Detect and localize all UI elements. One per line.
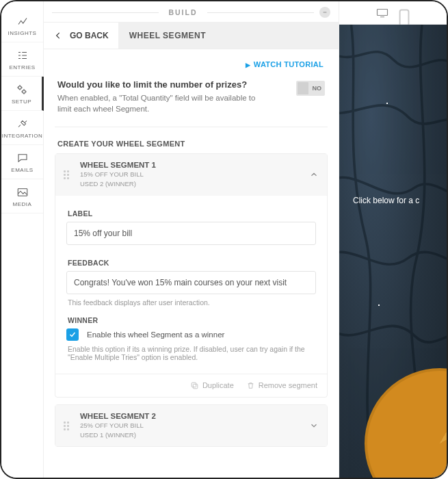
nav-label: MEDIA xyxy=(13,201,32,207)
label-heading: LABEL xyxy=(68,209,316,218)
preview-panel: Click below for a c xyxy=(339,1,447,478)
collapse-button[interactable] xyxy=(319,7,330,18)
limit-prizes-toggle[interactable]: NO xyxy=(296,81,325,96)
device-mobile-button[interactable] xyxy=(398,8,410,18)
nav-entries[interactable]: ENTRIES xyxy=(1,42,43,77)
chevron-up-icon xyxy=(309,170,319,179)
toggle-value: NO xyxy=(313,85,322,92)
nav-label: EMAILS xyxy=(11,167,33,173)
winner-checkbox-label: Enable this wheel Segment as a winner xyxy=(87,331,224,339)
winner-checkbox[interactable] xyxy=(66,328,79,341)
nav-label: ENTRIES xyxy=(9,64,35,70)
segment-title: WHEEL SEGMENT 2 xyxy=(80,412,309,420)
gears-icon xyxy=(16,83,28,96)
segment-header[interactable]: WHEEL SEGMENT 2 25% OFF YOUR BILL USED 1… xyxy=(55,405,327,447)
feedback-input[interactable] xyxy=(66,271,316,294)
label-input[interactable] xyxy=(66,222,316,245)
main-column: BUILD GO BACK WHEEL SEGMENT WATCH TUTORI… xyxy=(44,1,339,478)
trash-icon xyxy=(246,381,255,390)
watch-tutorial-link[interactable]: WATCH TUTORIAL xyxy=(246,60,324,68)
feedback-heading: FEEDBACK xyxy=(68,259,316,267)
segment-subtitle: 15% OFF YOUR BILL xyxy=(80,170,309,179)
limit-prizes-help: When enabled, a "Total Quantity" field w… xyxy=(57,92,269,114)
image-icon xyxy=(16,186,29,198)
nav-media[interactable]: MEDIA xyxy=(1,179,43,213)
device-switch xyxy=(339,1,447,25)
segment-card-1: WHEEL SEGMENT 1 15% OFF YOUR BILL USED 2… xyxy=(55,153,328,398)
check-icon xyxy=(68,331,77,339)
divider xyxy=(207,12,314,13)
winner-heading: WINNER xyxy=(68,316,316,324)
svg-rect-4 xyxy=(192,383,196,387)
device-desktop-button[interactable] xyxy=(376,8,388,18)
remove-segment-button[interactable]: Remove segment xyxy=(246,381,317,390)
page-title: WHEEL SEGMENT xyxy=(118,23,339,49)
svg-rect-5 xyxy=(377,10,387,16)
svg-rect-6 xyxy=(399,10,408,25)
go-back-label: GO BACK xyxy=(70,31,109,40)
app-window: INSIGHTS ENTRIES SETUP INTEGRATION EMAIL… xyxy=(0,0,448,479)
segment-used: USED 1 (WINNER) xyxy=(80,430,309,439)
chart-icon xyxy=(16,15,29,27)
minus-icon xyxy=(322,10,328,15)
chevron-left-icon xyxy=(53,31,63,40)
duplicate-button[interactable]: Duplicate xyxy=(190,381,234,390)
nav-integration[interactable]: INTEGRATION xyxy=(1,111,43,145)
svg-point-0 xyxy=(18,86,21,90)
nav-insights[interactable]: INSIGHTS xyxy=(1,8,43,42)
segment-body: LABEL FEEDBACK This feedback displays af… xyxy=(55,196,327,374)
segment-footer: Duplicate Remove segment xyxy=(55,374,327,397)
limit-prizes-question: Would you like to limit the number of pr… xyxy=(57,79,289,90)
chat-icon xyxy=(16,152,29,164)
limit-prizes-section: Would you like to limit the number of pr… xyxy=(55,77,328,127)
svg-point-1 xyxy=(22,90,25,94)
feedback-help: This feedback displays after user intera… xyxy=(68,298,316,307)
list-icon xyxy=(16,49,29,62)
build-label: BUILD xyxy=(159,8,207,16)
watch-tutorial-row: WATCH TUTORIAL xyxy=(55,56,328,77)
segment-header[interactable]: WHEEL SEGMENT 1 15% OFF YOUR BILL USED 2… xyxy=(55,154,327,196)
topbar: BUILD xyxy=(44,1,339,22)
create-segment-heading: CREATE YOUR WHEEL SEGMENT xyxy=(55,127,328,153)
segment-card-2: WHEEL SEGMENT 2 25% OFF YOUR BILL USED 1… xyxy=(55,404,328,448)
left-nav: INSIGHTS ENTRIES SETUP INTEGRATION EMAIL… xyxy=(1,1,44,478)
svg-rect-3 xyxy=(193,384,198,389)
nav-label: SETUP xyxy=(12,99,31,105)
preview-canvas: Click below for a c xyxy=(339,25,447,478)
segment-subtitle: 25% OFF YOUR BILL xyxy=(80,421,309,430)
duplicate-label: Duplicate xyxy=(202,381,234,389)
duplicate-icon xyxy=(190,381,199,390)
divider xyxy=(52,12,159,13)
preview-caption: Click below for a c xyxy=(353,196,447,205)
nav-label: INSIGHTS xyxy=(8,30,37,36)
remove-label: Remove segment xyxy=(259,381,317,389)
subheader: GO BACK WHEEL SEGMENT xyxy=(44,22,339,49)
winner-help: Enable this option if its a winning priz… xyxy=(68,345,316,361)
segment-title: WHEEL SEGMENT 1 xyxy=(80,161,309,169)
nav-setup[interactable]: SETUP xyxy=(1,77,44,111)
drag-handle-icon[interactable] xyxy=(64,170,72,179)
segment-used: USED 2 (WINNER) xyxy=(80,179,309,188)
drag-handle-icon[interactable] xyxy=(64,422,72,430)
content-scroll[interactable]: WATCH TUTORIAL Would you like to limit t… xyxy=(44,49,339,478)
chevron-down-icon xyxy=(309,421,319,430)
plug-icon xyxy=(16,118,29,130)
nav-label: INTEGRATION xyxy=(2,133,43,139)
desktop-icon xyxy=(376,8,388,18)
go-back-button[interactable]: GO BACK xyxy=(44,23,118,49)
nav-emails[interactable]: EMAILS xyxy=(1,145,43,179)
